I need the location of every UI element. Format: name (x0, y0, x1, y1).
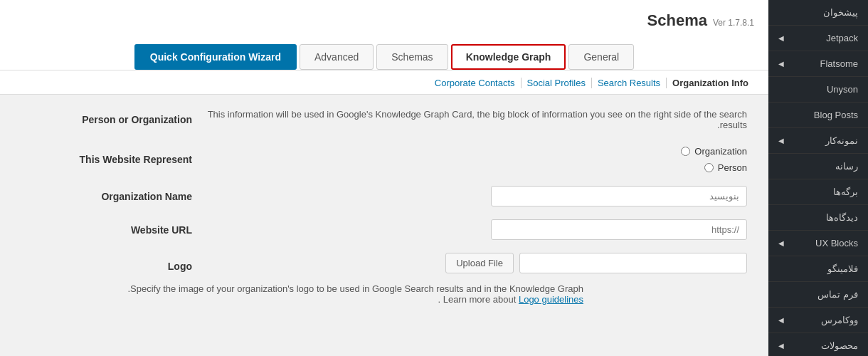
sidebar-item-label: رسانه (835, 161, 858, 172)
subnav-corporate-contacts[interactable]: Corporate Contacts (429, 78, 522, 88)
sidebar-item-label: Jetpack (826, 33, 858, 43)
subnav-organization-info[interactable]: Organization Info (667, 78, 754, 88)
sidebar-item-0[interactable]: پیشخوان (768, 0, 868, 26)
sidebar: پیشخوانJetpack◀Flatsome◀UnysonBlog Posts… (768, 0, 868, 356)
sidebar-item-label: برگه‌ها (833, 187, 858, 197)
person-or-org-row: Person or Organization This information … (14, 109, 754, 130)
upload-file-button[interactable]: Upload File (445, 253, 514, 273)
person-or-org-label: Person or Organization (36, 114, 192, 125)
sidebar-item-10[interactable]: فلامینگو (768, 256, 868, 282)
org-radio-label: Organization (694, 146, 747, 157)
sidebar-item-6[interactable]: رسانه (768, 154, 868, 179)
sidebar-item-label: Flatsome (820, 58, 858, 69)
website-url-input[interactable] (491, 219, 747, 240)
org-radio[interactable] (681, 147, 690, 156)
website-url-row: Website URL (14, 219, 754, 240)
sidebar-item-label: UX Blocks (815, 238, 858, 248)
logo-description: Specify the image of your organization's… (21, 283, 583, 305)
sidebar-item-label: نمونه‌کار (825, 135, 858, 146)
sidebar-item-9[interactable]: UX Blocks◀ (768, 231, 868, 256)
sidebar-item-label: فرم تماس (817, 289, 858, 300)
tab-quick-wizard[interactable]: Quick Configuration Wizard (134, 44, 297, 70)
tab-knowledge-graph[interactable]: Knowledge Graph (451, 44, 566, 70)
org-name-row: Organization Name (14, 186, 754, 206)
sidebar-item-11[interactable]: فرم تماس (768, 282, 868, 308)
logo-row: Logo Upload File Specify the image of yo… (14, 253, 754, 305)
sidebar-item-7[interactable]: برگه‌ها (768, 179, 868, 205)
sidebar-item-label: فلامینگو (827, 263, 858, 274)
schema-title: Schema (647, 11, 707, 30)
chevron-left-icon: ◀ (778, 34, 784, 42)
sidebar-item-4[interactable]: Blog Posts (768, 103, 868, 128)
sidebar-item-label: محصولات (821, 340, 858, 351)
represent-radio-group: Organization Person (192, 146, 747, 173)
sidebar-item-label: ووکامرس (821, 315, 858, 325)
sidebar-item-label: Unyson (827, 84, 858, 95)
sidebar-item-label: Blog Posts (814, 110, 858, 120)
sidebar-item-label: دیدگاه‌ها (826, 212, 858, 223)
person-or-org-desc: This information will be used in Google'… (192, 109, 747, 130)
org-name-label: Organization Name (36, 191, 192, 202)
chevron-left-icon: ◀ (778, 60, 784, 68)
tab-advanced[interactable]: Advanced (300, 44, 374, 70)
sidebar-item-5[interactable]: نمونه‌کار◀ (768, 128, 868, 154)
logo-guidelines-link[interactable]: Logo guidelines (519, 294, 583, 305)
chevron-left-icon: ◀ (778, 316, 784, 324)
sidebar-item-8[interactable]: دیدگاه‌ها (768, 205, 868, 231)
sidebar-item-3[interactable]: Unyson (768, 77, 868, 103)
org-name-input[interactable] (491, 186, 747, 206)
person-radio-label: Person (718, 162, 747, 173)
sidebar-item-13[interactable]: محصولات◀ (768, 333, 868, 356)
sidebar-item-2[interactable]: Flatsome◀ (768, 51, 868, 77)
website-represent-row: This Website Represent Organization Pers… (14, 146, 754, 173)
sub-navigation: Corporate Contacts Social Profiles Searc… (0, 70, 768, 95)
chevron-left-icon: ◀ (778, 342, 784, 350)
tab-schemas[interactable]: Schemas (376, 44, 448, 70)
subnav-social-profiles[interactable]: Social Profiles (522, 78, 592, 88)
website-represent-label: This Website Represent (36, 154, 192, 165)
logo-label: Logo (36, 261, 192, 272)
sidebar-item-12[interactable]: ووکامرس◀ (768, 308, 868, 333)
website-url-label: Website URL (36, 224, 192, 236)
sidebar-item-label: پیشخوان (823, 7, 858, 18)
tab-general[interactable]: General (568, 44, 634, 70)
person-radio[interactable] (704, 163, 714, 172)
subnav-search-results[interactable]: Search Results (592, 78, 667, 88)
schema-version: Ver 1.7.8.1 (713, 18, 754, 28)
chevron-left-icon: ◀ (778, 137, 784, 145)
logo-url-input[interactable] (519, 253, 747, 273)
chevron-left-icon: ◀ (778, 239, 784, 247)
sidebar-item-1[interactable]: Jetpack◀ (768, 26, 868, 51)
